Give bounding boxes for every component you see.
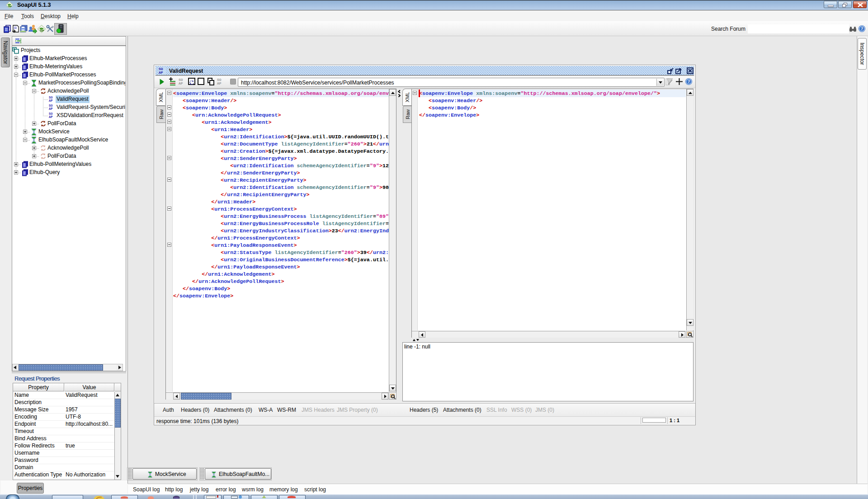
- svg-text:?: ?: [688, 79, 690, 84]
- svg-text:?: ?: [861, 26, 863, 31]
